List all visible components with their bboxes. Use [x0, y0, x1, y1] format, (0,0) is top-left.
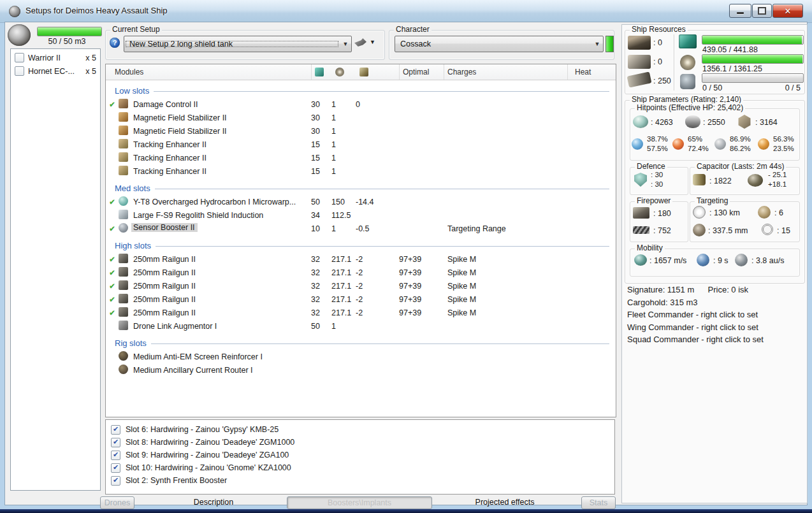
module-row[interactable]: ✔ Drone Link Augmentor I 50 1: [106, 319, 616, 333]
drone-checkbox[interactable]: [15, 53, 24, 62]
tab-stats[interactable]: Stats: [581, 496, 616, 509]
drone-list-item[interactable]: Hornet EC-... x 5: [11, 64, 100, 78]
module-row[interactable]: ✔ 250mm Railgun II 32 217.1 -2 97+39 Spi…: [106, 266, 616, 279]
maximize-button[interactable]: [752, 4, 772, 18]
volley-value: : 752: [653, 226, 671, 235]
fitted-check-icon: ✔: [106, 255, 119, 264]
help-button[interactable]: ?: [110, 38, 120, 48]
module-cpu: 32: [311, 282, 331, 291]
module-powergrid: 1: [331, 127, 356, 136]
module-row[interactable]: ✔ Damage Control II 30 1 0: [106, 98, 616, 111]
current-setup-group: Current Setup ? New Setup 2 long shield …: [105, 30, 385, 60]
module-cap-use: -2: [356, 268, 388, 277]
module-row[interactable]: ✔ Medium Anti-EM Screen Reinforcer I: [106, 350, 616, 363]
implant-checkbox[interactable]: ✔: [111, 438, 120, 447]
module-row[interactable]: ✔ Large F-S9 Regolith Shield Induction 3…: [106, 208, 616, 222]
implant-label: Slot 6: Hardwiring - Zainou 'Gypsy' KMB-…: [126, 425, 279, 434]
calibration-icon: [627, 71, 652, 87]
fleet-commander-line[interactable]: Fleet Commander - right click to set: [627, 308, 764, 321]
implant-checkbox[interactable]: ✔: [111, 425, 120, 435]
section-header-rig-slots: Rig slots: [106, 336, 616, 350]
implant-checkbox[interactable]: ✔: [111, 476, 120, 486]
implant-checkbox[interactable]: ✔: [111, 463, 120, 473]
ship-menu-icon[interactable]: [354, 38, 366, 47]
module-name: Tracking Enhancer II: [131, 167, 207, 176]
module-row[interactable]: ✔ 250mm Railgun II 32 217.1 -2 97+39 Spi…: [106, 293, 616, 306]
character-skills-ok-indicator: [605, 36, 614, 52]
implant-checkbox[interactable]: ✔: [111, 451, 120, 460]
module-row[interactable]: ✔ Magnetic Field Stabilizer II 30 1: [106, 124, 616, 138]
structure-hp-value: : 3164: [755, 118, 778, 127]
signature-price-line: Signature: 1151 m Price: 0 isk: [627, 284, 764, 296]
em-resist-values: 38.7%57.5%: [647, 134, 668, 154]
module-powergrid: 1: [331, 140, 356, 149]
implant-label: Slot 2: Synth Frentix Booster: [126, 476, 227, 485]
module-powergrid: 217.1: [331, 295, 356, 304]
module-powergrid: 217.1: [331, 282, 356, 291]
module-name: Medium Ancillary Current Router I: [131, 366, 253, 375]
cpu-value: 439.05 / 441.88: [702, 45, 758, 54]
module-cpu: 50: [311, 322, 331, 331]
implant-row: ✔Slot 2: Synth Frentix Booster: [106, 474, 614, 487]
tab-projected-effects[interactable]: Projected effects: [470, 496, 539, 508]
module-row[interactable]: ✔ Tracking Enhancer II 15 1: [106, 164, 616, 178]
railgun-icon: [119, 254, 128, 263]
scan-resolution-value: : 337.5 mm: [708, 226, 748, 235]
eft-window: Setups for Deimos Heavy Assault Ship ✕ 5…: [0, 0, 812, 513]
module-cpu: 32: [311, 295, 331, 304]
drone-bay-capacity-fill: [38, 27, 101, 36]
module-row[interactable]: ✔ Medium Ancillary Current Router I: [106, 363, 616, 377]
modules-column-header: Modules: [106, 64, 311, 80]
fitted-check-icon: ✔: [106, 100, 119, 109]
minimize-button[interactable]: [729, 4, 751, 18]
fitted-check-icon: ✔: [106, 268, 119, 277]
fitted-check-icon: ✔: [106, 295, 119, 304]
module-name: Drone Link Augmentor I: [131, 322, 217, 331]
setup-combobox[interactable]: New Setup 2 long shield tank ▼: [124, 36, 352, 52]
window-title: Setups for Deimos Heavy Assault Ship: [25, 6, 168, 15]
drone-checkbox[interactable]: [15, 66, 24, 76]
drone-qty: x 5: [85, 54, 96, 62]
module-row[interactable]: ✔ 250mm Railgun II 32 217.1 -2 97+39 Spi…: [106, 306, 616, 319]
module-cap-use: -2: [356, 308, 388, 317]
cpu-icon: [679, 34, 697, 48]
price-value: Price: 0 isk: [708, 285, 749, 294]
capacitor-delta: - 25.1+18.1: [768, 170, 787, 189]
sensor-strength-icon: [762, 224, 773, 235]
module-row[interactable]: ✔ 250mm Railgun II 32 217.1 -2 97+39 Spi…: [106, 279, 616, 293]
character-combobox[interactable]: Cossack ▼: [395, 36, 604, 52]
ship-parameters-label: Ship Parameters (Rating: 2,140): [630, 95, 743, 104]
wing-commander-line[interactable]: Wing Commander - right click to set: [627, 321, 764, 334]
module-row[interactable]: ✔ Tracking Enhancer II 15 1: [106, 151, 616, 164]
targeting-range-icon: [693, 206, 706, 219]
module-name: Large F-S9 Regolith Shield Induction: [131, 211, 263, 220]
close-button[interactable]: ✕: [772, 4, 803, 18]
thermal-resist-icon: [672, 138, 684, 150]
tab-boosters-implants[interactable]: Boosters\Implants: [287, 496, 432, 509]
tab-drones[interactable]: Drones: [100, 496, 134, 509]
module-powergrid: 1: [331, 154, 356, 163]
module-row[interactable]: ✔ Sensor Booster II 10 1 -0.5 Targeting …: [106, 222, 616, 235]
module-row[interactable]: ✔ Tracking Enhancer II 15 1: [106, 138, 616, 151]
module-name: 250mm Railgun II: [131, 282, 196, 291]
drone-name: Hornet EC-...: [28, 67, 82, 76]
ship-info-block: Signature: 1151 m Price: 0 isk Cargohold…: [627, 284, 764, 346]
implants-panel: ✔Slot 6: Hardwiring - Zainou 'Gypsy' KMB…: [105, 419, 615, 495]
drone-bay-capacity-bar: [37, 27, 102, 36]
align-time-icon: [697, 254, 709, 266]
ship-menu-caret-icon[interactable]: ▼: [370, 39, 375, 45]
module-row[interactable]: ✔ Magnetic Field Stabilizer II 30 1: [106, 111, 616, 124]
drone-list-item[interactable]: Warrior II x 5: [11, 51, 100, 64]
chevron-down-icon: ▼: [591, 41, 603, 47]
drone-capacity-icon: [680, 74, 695, 89]
kinetic-resist-values: 86.9%86.2%: [730, 134, 751, 154]
heat-column-header: Heat: [567, 64, 616, 80]
defence-values: : 30: 30: [651, 170, 663, 189]
tab-description[interactable]: Description: [188, 496, 239, 508]
module-row[interactable]: ✔ Y-T8 Overcharged Hydrocarbon I Microwa…: [106, 195, 616, 208]
drone-name: Warrior II: [28, 54, 82, 62]
max-targets-icon: [758, 206, 771, 219]
module-row[interactable]: ✔ 250mm Railgun II 32 217.1 -2 97+39 Spi…: [106, 252, 616, 266]
module-name: Medium Anti-EM Screen Reinforcer I: [131, 352, 263, 361]
squad-commander-line[interactable]: Squad Commander - right click to set: [627, 333, 764, 346]
